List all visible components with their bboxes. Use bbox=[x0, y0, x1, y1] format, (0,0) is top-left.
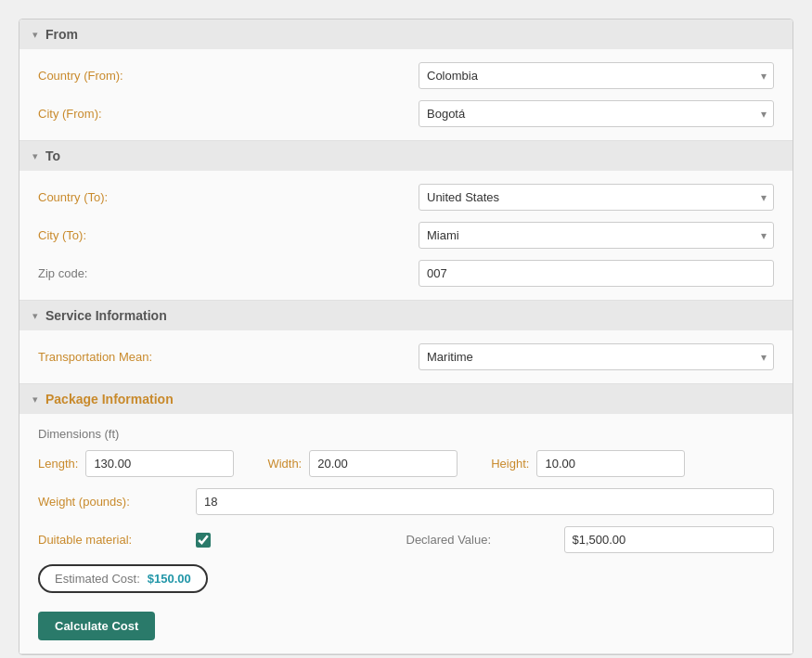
from-section: ▾ From Country (From): Colombia City (Fr… bbox=[19, 19, 793, 141]
to-city-row: City (To): Miami bbox=[38, 222, 774, 249]
to-zip-input[interactable] bbox=[419, 260, 774, 287]
from-country-label: Country (From): bbox=[38, 69, 419, 83]
to-city-select[interactable]: Miami bbox=[419, 222, 774, 249]
service-section-title: Service Information bbox=[45, 308, 167, 323]
height-label: Height: bbox=[491, 457, 529, 471]
length-label: Length: bbox=[38, 457, 78, 471]
to-section-header[interactable]: ▾ To bbox=[19, 141, 793, 171]
transport-label: Transportation Mean: bbox=[38, 350, 419, 364]
to-city-wrapper: Miami bbox=[419, 222, 774, 249]
package-section-body: Dimensions (ft) Length: Width: Height: bbox=[19, 414, 793, 653]
declared-right: Declared Value: bbox=[406, 526, 775, 553]
height-input[interactable] bbox=[536, 450, 685, 477]
to-zip-row: Zip code: bbox=[38, 260, 774, 287]
transport-row: Transportation Mean: Maritime bbox=[38, 343, 774, 370]
from-country-row: Country (From): Colombia bbox=[38, 62, 774, 89]
width-label: Width: bbox=[267, 457, 302, 471]
transport-select[interactable]: Maritime bbox=[419, 343, 774, 370]
from-chevron-icon: ▾ bbox=[32, 29, 38, 41]
duitable-label: Duitable material: bbox=[38, 533, 196, 547]
declared-value-wrapper bbox=[564, 526, 775, 553]
to-zip-label: Zip code: bbox=[38, 266, 419, 280]
estimated-cost-pill: Estimated Cost: $150.00 bbox=[38, 564, 208, 593]
to-chevron-icon: ▾ bbox=[32, 150, 38, 162]
weight-row: Weight (pounds): bbox=[38, 488, 774, 515]
declared-value-label: Declared Value: bbox=[406, 533, 564, 547]
dimensions-label: Dimensions (ft) bbox=[38, 427, 774, 441]
dimensions-row: Length: Width: Height: bbox=[38, 450, 774, 477]
from-city-label: City (From): bbox=[38, 107, 419, 121]
from-country-select[interactable]: Colombia bbox=[419, 62, 774, 89]
service-section-body: Transportation Mean: Maritime bbox=[19, 330, 793, 383]
to-country-row: Country (To): United States bbox=[38, 184, 774, 211]
duitable-declared-row: Duitable material: Declared Value: bbox=[38, 526, 774, 553]
from-country-wrapper: Colombia bbox=[419, 62, 774, 89]
weight-wrapper bbox=[196, 488, 774, 515]
to-section: ▾ To Country (To): United States City (T… bbox=[19, 141, 793, 301]
service-section-header[interactable]: ▾ Service Information bbox=[19, 301, 793, 330]
duitable-left: Duitable material: bbox=[38, 533, 406, 548]
width-wrapper bbox=[309, 450, 458, 477]
to-country-wrapper: United States bbox=[419, 184, 774, 211]
package-section: ▾ Package Information Dimensions (ft) Le… bbox=[19, 384, 793, 654]
length-wrapper bbox=[85, 450, 234, 477]
height-wrapper bbox=[536, 450, 685, 477]
package-section-header[interactable]: ▾ Package Information bbox=[19, 384, 793, 414]
to-section-title: To bbox=[45, 148, 60, 163]
from-section-title: From bbox=[45, 27, 78, 42]
estimated-cost-value: $150.00 bbox=[148, 572, 191, 586]
estimated-cost-label: Estimated Cost: bbox=[55, 572, 140, 586]
estimated-cost-container: Estimated Cost: $150.00 bbox=[38, 564, 774, 602]
length-input[interactable] bbox=[85, 450, 234, 477]
form-container: ▾ From Country (From): Colombia City (Fr… bbox=[19, 19, 793, 655]
from-city-wrapper: Bogotá bbox=[419, 100, 774, 127]
package-chevron-icon: ▾ bbox=[32, 394, 38, 406]
from-city-row: City (From): Bogotá bbox=[38, 100, 774, 127]
weight-label: Weight (pounds): bbox=[38, 495, 196, 509]
to-section-body: Country (To): United States City (To): M… bbox=[19, 171, 793, 300]
service-chevron-icon: ▾ bbox=[32, 310, 38, 322]
to-city-label: City (To): bbox=[38, 228, 419, 242]
from-city-select[interactable]: Bogotá bbox=[419, 100, 774, 127]
to-country-select[interactable]: United States bbox=[419, 184, 774, 211]
from-section-body: Country (From): Colombia City (From): Bo… bbox=[19, 49, 793, 140]
to-zip-wrapper bbox=[419, 260, 774, 287]
to-country-label: Country (To): bbox=[38, 190, 419, 204]
transport-wrapper: Maritime bbox=[419, 343, 774, 370]
calculate-cost-button[interactable]: Calculate Cost bbox=[38, 612, 155, 640]
package-section-title: Package Information bbox=[45, 392, 174, 406]
weight-input[interactable] bbox=[196, 488, 774, 515]
duitable-checkbox[interactable] bbox=[196, 533, 211, 548]
service-section: ▾ Service Information Transportation Mea… bbox=[19, 301, 793, 384]
width-input[interactable] bbox=[309, 450, 458, 477]
from-section-header[interactable]: ▾ From bbox=[19, 19, 793, 49]
declared-value-input[interactable] bbox=[564, 526, 775, 553]
